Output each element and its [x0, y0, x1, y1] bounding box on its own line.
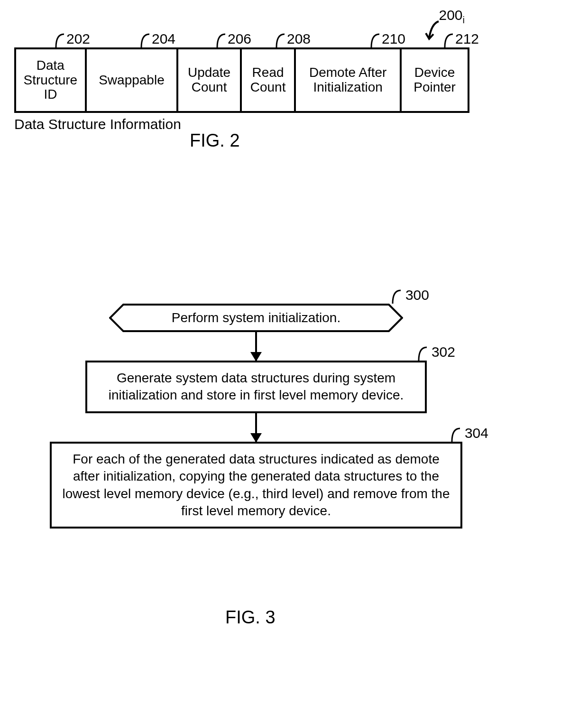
hook-212-icon — [441, 33, 455, 48]
hook-300-icon — [389, 289, 403, 305]
cell-swappable: Swappable — [87, 49, 178, 111]
hook-202-icon — [52, 33, 66, 48]
ref-212: 212 — [455, 31, 479, 47]
ref-204: 204 — [152, 31, 175, 47]
cell-update-count: Update Count — [178, 49, 242, 111]
fig2-caption: Data Structure Information — [14, 116, 181, 132]
fig2-container: 200i 202 204 206 208 210 212 Data Struct… — [14, 47, 469, 113]
step-304-process: For each of the generated data structure… — [50, 442, 462, 529]
step-302-process: Generate system data structures during s… — [85, 361, 427, 413]
hook-206-icon — [213, 33, 228, 48]
ref-210: 210 — [382, 31, 405, 47]
ref-208: 208 — [287, 31, 311, 47]
ref-304: 304 — [465, 425, 488, 441]
hook-302-icon — [415, 346, 429, 362]
ref-206: 206 — [228, 31, 251, 47]
ref-300: 300 — [405, 287, 429, 303]
hook-208-icon — [273, 33, 287, 48]
arrow-300-to-302-icon — [255, 332, 257, 361]
ref-302: 302 — [432, 344, 455, 360]
arrow-302-to-304-icon — [255, 413, 257, 442]
cell-data-structure-id: Data Structure ID — [16, 49, 87, 111]
hook-204-icon — [138, 33, 152, 48]
fig3-container: 300 Perform system initialization. 302 G… — [47, 304, 465, 529]
cell-read-count: Read Count — [242, 49, 296, 111]
ref-202: 202 — [66, 31, 90, 47]
hook-210-icon — [368, 33, 382, 48]
fig2-label: FIG. 2 — [190, 130, 240, 151]
hook-304-icon — [448, 427, 462, 443]
cell-device-pointer: Device Pointer — [402, 49, 468, 111]
step-300-terminator: Perform system initialization. — [109, 304, 403, 332]
cell-demote-after: Demote After Initialization — [296, 49, 402, 111]
data-structure-table: Data Structure ID Swappable Update Count… — [14, 47, 469, 113]
fig3-label: FIG. 3 — [225, 607, 276, 628]
